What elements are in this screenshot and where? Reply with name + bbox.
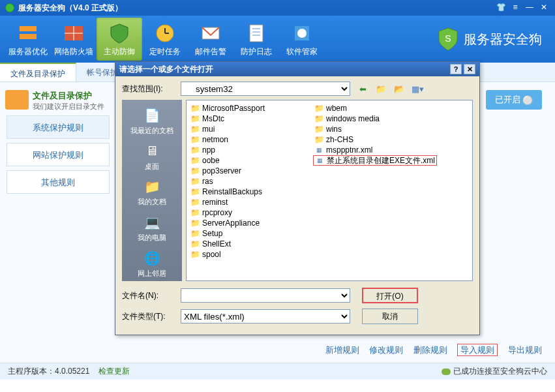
rule-btn-other[interactable]: 其他规则: [7, 170, 110, 194]
tool-label: 服务器优化: [8, 46, 48, 57]
filename-combo[interactable]: [181, 288, 350, 303]
link-export-rule[interactable]: 导出规则: [508, 345, 542, 355]
cloud-icon: [442, 369, 451, 375]
file-open-dialog: 请选择一个或多个文件打开 ? ✕ 查找范围(I): system32 ⬅ 📁 📂…: [115, 61, 480, 335]
file-name: oobe: [202, 156, 220, 165]
folder-item[interactable]: 📁reminst: [189, 197, 313, 207]
folder-item[interactable]: 📁MsDtc: [189, 113, 313, 124]
tool-label: 定时任务: [149, 46, 181, 57]
folder-item[interactable]: 📁rpcproxy: [189, 207, 313, 218]
folder-icon: 📁: [190, 177, 200, 186]
link-add-rule[interactable]: 新增规则: [325, 345, 359, 355]
file-name: wins: [326, 125, 342, 134]
link-edit-rule[interactable]: 修改规则: [369, 345, 403, 355]
check-update-link[interactable]: 检查更新: [98, 366, 130, 377]
skin-icon[interactable]: 👕: [495, 3, 507, 13]
folder-item[interactable]: 📁netmon: [189, 134, 313, 145]
recent-icon: 📄: [142, 106, 162, 125]
close-icon[interactable]: ✕: [538, 3, 550, 13]
dialog-close-icon[interactable]: ✕: [464, 64, 475, 74]
lookup-label: 查找范围(I):: [122, 83, 181, 95]
place-computer[interactable]: 💻我的电脑: [125, 211, 179, 245]
tool-server-optimize[interactable]: 服务器优化: [5, 18, 51, 61]
link-import-rule[interactable]: 导入规则: [457, 344, 498, 356]
folder-item[interactable]: 📁Setup: [189, 228, 313, 239]
folder-item[interactable]: 📁wbem: [313, 103, 437, 113]
place-desktop[interactable]: 🖥桌面: [125, 140, 179, 174]
brand: S 服务器安全狗: [438, 27, 542, 51]
documents-icon: 📁: [142, 177, 162, 196]
place-recent[interactable]: 📄我最近的文档: [125, 104, 179, 138]
folder-icon: 📁: [190, 219, 200, 228]
rule-action-links: 新增规则 修改规则 删除规则 导入规则 导出规则: [318, 344, 543, 356]
dialog-help-icon[interactable]: ?: [450, 64, 462, 74]
nav-up-icon[interactable]: 📁: [375, 83, 387, 95]
place-documents[interactable]: 📁我的文档: [125, 175, 179, 210]
tool-software[interactable]: 软件管家: [279, 18, 325, 61]
file-name: pop3server: [202, 166, 241, 175]
file-name: ReinstallBackups: [202, 187, 262, 196]
file-name: Setup: [202, 229, 222, 238]
protect-switch[interactable]: 已开启 ⚪: [486, 90, 542, 110]
folder-item[interactable]: 📁oobe: [189, 155, 313, 166]
folder-icon: 📁: [190, 115, 200, 123]
status-bar: 主程序版本：4.0.05221 检查更新 已成功连接至安全狗云中心: [0, 363, 555, 380]
folder-icon: 📁: [190, 230, 200, 238]
folder-item[interactable]: 📁mui: [189, 124, 313, 134]
folder-icon: 📁: [190, 125, 200, 134]
tab-file-dir-protect[interactable]: 文件及目录保护: [0, 63, 76, 82]
folder-item[interactable]: 📁ShellExt: [189, 239, 313, 249]
folder-item[interactable]: 📁ServerAppliance: [189, 218, 313, 228]
file-name: MicrosoftPassport: [202, 104, 265, 113]
folder-icon: 📁: [190, 136, 200, 144]
dialog-titlebar: 请选择一个或多个文件打开 ? ✕: [115, 62, 479, 76]
computer-icon: 💻: [142, 213, 162, 232]
file-name: 禁止系统目录创建EXE文件.xml: [327, 155, 435, 166]
file-item[interactable]: ▦禁止系统目录创建EXE文件.xml: [313, 155, 437, 166]
file-name: msppptnr.xml: [326, 145, 372, 155]
file-list[interactable]: 📁MicrosoftPassport📁MsDtc📁mui📁netmon📁npp📁…: [186, 100, 473, 281]
cancel-button[interactable]: 取消: [362, 309, 418, 324]
open-button[interactable]: 打开(O): [362, 288, 418, 303]
folder-item[interactable]: 📁pop3server: [189, 166, 313, 176]
app-title: 服务器安全狗（V4.0 正式版）: [18, 3, 492, 14]
link-delete-rule[interactable]: 删除规则: [413, 345, 447, 355]
folder-item[interactable]: 📁windows media: [313, 113, 437, 124]
folder-item[interactable]: 📁zh-CHS: [313, 134, 437, 145]
brand-shield-icon: S: [438, 27, 458, 51]
lookup-row: 查找范围(I): system32 ⬅ 📁 📂 ▦▾: [122, 82, 473, 96]
nav-back-icon[interactable]: ⬅: [357, 83, 368, 95]
tool-scheduled[interactable]: 定时任务: [142, 18, 188, 61]
folder-item[interactable]: 📁MicrosoftPassport: [189, 103, 313, 113]
tool-label: 主动防御: [104, 46, 135, 57]
version-text: 主程序版本：4.0.05221: [8, 366, 89, 377]
rule-btn-system[interactable]: 系统保护规则: [7, 115, 110, 139]
file-item[interactable]: ▦msppptnr.xml: [313, 145, 437, 155]
folder-icon: 📁: [314, 136, 323, 144]
nav-view-icon[interactable]: ▦▾: [412, 83, 423, 95]
tool-protect-log[interactable]: 防护日志: [233, 18, 279, 61]
folder-icon: 📁: [190, 188, 200, 196]
filetype-combo[interactable]: XML files(*.xml): [181, 309, 350, 324]
tool-mail-alert[interactable]: 邮件告警: [188, 18, 233, 61]
tool-active-defense[interactable]: 主动防御: [97, 18, 142, 61]
folder-icon: 📁: [190, 146, 200, 155]
minimize-icon[interactable]: —: [524, 3, 535, 13]
folder-item[interactable]: 📁spool: [189, 249, 313, 260]
file-name: netmon: [202, 135, 228, 144]
lookup-combo[interactable]: system32: [181, 82, 350, 96]
tool-firewall[interactable]: 网络防火墙: [51, 18, 97, 61]
folder-item[interactable]: 📁ReinstallBackups: [189, 187, 313, 197]
menu-icon[interactable]: ≡: [509, 3, 521, 13]
file-name: rpcproxy: [202, 208, 232, 217]
folder-item[interactable]: 📁npp: [189, 145, 313, 155]
nav-newfolder-icon[interactable]: 📂: [393, 83, 405, 95]
main-toolbar: 服务器优化 网络防火墙 主动防御 定时任务 邮件告警 防护日志 软件管家 S 服…: [0, 16, 555, 63]
rule-btn-website[interactable]: 网站保护规则: [7, 143, 110, 166]
file-name: reminst: [202, 198, 228, 207]
folder-item[interactable]: 📁ras: [189, 176, 313, 187]
folder-item[interactable]: 📁wins: [313, 124, 437, 134]
dialog-title-text: 请选择一个或多个文件打开: [119, 64, 213, 75]
network-icon: 🌐: [142, 249, 162, 267]
place-network[interactable]: 🌐网上邻居: [125, 247, 179, 281]
